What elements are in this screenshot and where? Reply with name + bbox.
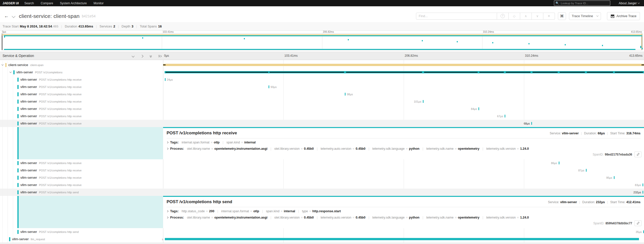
- span-row-5[interactable]: vllm-server POST /v1/completions http re…: [0, 98, 644, 105]
- span-row-9[interactable]: vllm-server POST /v1/completions http re…: [0, 159, 644, 167]
- separator: |: [607, 132, 608, 135]
- copy-link-button[interactable]: [634, 220, 641, 226]
- span-timeline-cell[interactable]: s: [163, 235, 644, 243]
- span-timeline-cell[interactable]: [163, 69, 644, 76]
- span-timeline-cell[interactable]: 67μs: [163, 112, 644, 120]
- column-resizer-handle[interactable]: ||: [158, 54, 160, 57]
- span-name-cell[interactable]: vllm-server POST /v1/completions http re…: [0, 120, 163, 127]
- minimap-left-scrubber[interactable]: [2, 34, 3, 50]
- span-bar[interactable]: [165, 78, 166, 81]
- span-row-14[interactable]: vllm-server POST /v1/completions http se…: [0, 228, 644, 235]
- span-timeline-cell[interactable]: 68μs: [163, 120, 644, 127]
- span-timeline-cell[interactable]: 86μs: [163, 159, 644, 167]
- trace-view-select[interactable]: Trace Timeline: [569, 12, 601, 20]
- span-timeline-cell[interactable]: 98μs: [163, 90, 644, 98]
- span-timeline-cell[interactable]: 232μs: [163, 189, 644, 196]
- span-name-cell[interactable]: vllm-server POST /v1/completions http re…: [0, 83, 163, 90]
- span-row-15[interactable]: vllm-server llm_request s: [0, 235, 644, 243]
- span-expander[interactable]: [9, 72, 12, 73]
- nav-item-search[interactable]: Search: [24, 2, 34, 5]
- trace-minimap[interactable]: [2, 34, 642, 50]
- span-bar[interactable]: [165, 238, 639, 240]
- nav-item-compare[interactable]: Compare: [41, 2, 53, 5]
- span-row-13[interactable]: vllm-server POST /v1/completions http se…: [0, 189, 644, 196]
- span-timeline-cell[interactable]: 24μs: [163, 76, 644, 83]
- nav-item-monitor[interactable]: Monitor: [94, 2, 104, 5]
- operation-name: POST /v1/completions http receive: [39, 78, 82, 81]
- process-expander[interactable]: [167, 148, 168, 149]
- span-name-cell[interactable]: vllm-server POST /v1/completions http re…: [0, 174, 163, 181]
- indent-guide: [13, 196, 13, 228]
- keyboard-shortcuts-button[interactable]: ⌘: [558, 12, 566, 20]
- span-bar[interactable]: [269, 85, 269, 88]
- span-bar[interactable]: [642, 191, 643, 194]
- span-name-cell[interactable]: vllm-server POST /v1/completions http re…: [0, 76, 163, 83]
- span-bar[interactable]: [614, 176, 615, 179]
- tags-expander[interactable]: [167, 210, 168, 212]
- span-row-12[interactable]: vllm-server POST /v1/completions http re…: [0, 181, 644, 189]
- find-next-button[interactable]: ∨: [532, 13, 543, 20]
- expand-one-button[interactable]: [140, 54, 144, 58]
- span-bar[interactable]: [642, 184, 643, 186]
- span-bar[interactable]: [423, 100, 424, 103]
- span-row-1[interactable]: vllm-server POST /v1/completions: [0, 69, 644, 76]
- find-prev-button[interactable]: ∧: [520, 13, 532, 20]
- span-bar[interactable]: [586, 169, 587, 172]
- collapse-one-button[interactable]: [131, 54, 135, 58]
- kv-equals: =: [455, 147, 457, 150]
- process-expander[interactable]: [167, 217, 168, 218]
- span-name-cell[interactable]: vllm-server POST /v1/completions http re…: [0, 167, 163, 174]
- find-help-button[interactable]: ?: [497, 13, 509, 20]
- trace-collapse-toggle[interactable]: [12, 14, 15, 18]
- back-arrow-button[interactable]: ←: [4, 13, 9, 19]
- kv-equals: =: [301, 216, 302, 219]
- span-row-6[interactable]: vllm-server POST /v1/completions http re…: [0, 105, 644, 112]
- span-timeline-cell[interactable]: 101μs: [163, 98, 644, 105]
- span-expander[interactable]: [1, 65, 4, 65]
- span-name-cell[interactable]: vllm-server POST /v1/completions http re…: [0, 181, 163, 189]
- span-name-cell[interactable]: vllm-server POST /v1/completions http se…: [0, 189, 163, 196]
- span-bar[interactable]: [478, 107, 479, 110]
- span-timeline-cell[interactable]: [163, 61, 644, 69]
- nav-item-system-architecture[interactable]: System Architecture: [60, 2, 87, 5]
- span-bar[interactable]: [163, 64, 644, 66]
- span-row-10[interactable]: vllm-server POST /v1/completions http re…: [0, 167, 644, 174]
- span-name-cell[interactable]: vllm-server llm_request: [0, 235, 163, 243]
- span-name-cell[interactable]: vllm-server POST /v1/completions http se…: [0, 228, 163, 235]
- archive-trace-button[interactable]: Archive Trace: [607, 12, 640, 20]
- span-row-3[interactable]: vllm-server POST /v1/completions http re…: [0, 83, 644, 90]
- span-name-cell[interactable]: vllm-server POST /v1/completions: [0, 69, 163, 76]
- trace-id-lookup-input[interactable]: [560, 2, 608, 5]
- span-timeline-cell[interactable]: 87μs: [163, 167, 644, 174]
- span-row-11[interactable]: vllm-server POST /v1/completions http re…: [0, 174, 644, 181]
- span-name-cell[interactable]: vllm-server POST /v1/completions http re…: [0, 112, 163, 120]
- copy-link-button[interactable]: [634, 151, 641, 157]
- collapse-all-button[interactable]: [148, 54, 153, 58]
- span-timeline-cell[interactable]: 35μs: [163, 228, 644, 235]
- find-input[interactable]: [416, 13, 497, 20]
- span-row-4[interactable]: vllm-server POST /v1/completions http re…: [0, 90, 644, 98]
- span-bar[interactable]: [559, 162, 559, 164]
- app-brand[interactable]: JAEGER UI: [3, 2, 19, 5]
- span-name-cell[interactable]: vllm-server POST /v1/completions http re…: [0, 159, 163, 167]
- span-timeline-cell[interactable]: 90μs: [163, 83, 644, 90]
- span-name-cell[interactable]: client-service client-span: [0, 61, 163, 69]
- span-bar[interactable]: [505, 115, 505, 117]
- span-name-cell[interactable]: vllm-server POST /v1/completions http re…: [0, 105, 163, 112]
- span-bar[interactable]: [531, 122, 532, 125]
- span-name-cell[interactable]: vllm-server POST /v1/completions http re…: [0, 90, 163, 98]
- about-jaeger-menu[interactable]: About Jaeger: [619, 2, 639, 5]
- service-color-bar: [17, 168, 19, 172]
- span-row-0[interactable]: client-service client-span: [0, 61, 644, 69]
- tags-expander[interactable]: [167, 142, 168, 143]
- find-diamond-button[interactable]: ◇: [509, 13, 520, 20]
- span-bar[interactable]: [345, 93, 346, 96]
- span-row-7[interactable]: vllm-server POST /v1/completions http re…: [0, 112, 644, 120]
- span-timeline-cell[interactable]: 83μs: [163, 181, 644, 189]
- span-row-2[interactable]: vllm-server POST /v1/completions http re…: [0, 76, 644, 83]
- span-name-cell[interactable]: vllm-server POST /v1/completions http re…: [0, 98, 163, 105]
- span-timeline-cell[interactable]: 84μs: [163, 105, 644, 112]
- span-row-8[interactable]: vllm-server POST /v1/completions http re…: [0, 120, 644, 127]
- span-timeline-cell[interactable]: 95μs: [163, 174, 644, 181]
- find-clear-button[interactable]: ✕: [543, 13, 555, 20]
